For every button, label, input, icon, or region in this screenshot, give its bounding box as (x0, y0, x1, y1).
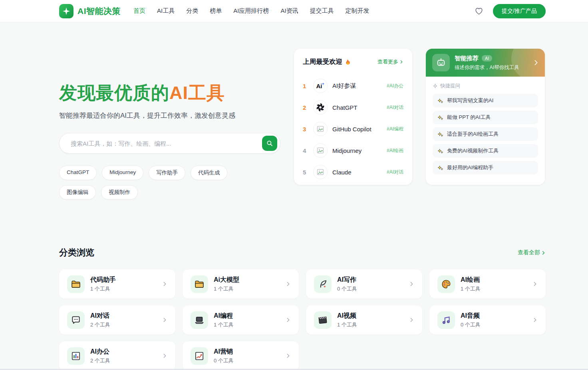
tool-name: Claude (332, 169, 352, 176)
laptop-icon (191, 311, 208, 329)
feather-icon (314, 275, 332, 293)
nav-item-submit-tool[interactable]: 提交工具 (310, 7, 334, 15)
chevron-right-icon (162, 353, 167, 358)
category-card-ai-art[interactable]: AI绘画 1 个工具 (429, 269, 546, 299)
popular-row-aihaocanmou[interactable]: 1 Ai AI好参谋 #AI办公 (303, 75, 403, 97)
hot-tag[interactable]: 代码生成 (191, 166, 227, 180)
chevron-right-icon (409, 317, 414, 323)
nav-item-categories[interactable]: 分类 (186, 7, 198, 15)
title-green-part: 发现最优质的 (59, 83, 169, 103)
sparkle-icon (433, 83, 438, 89)
chevron-right-icon (532, 281, 538, 287)
category-card-ai-llm[interactable]: Ai大模型 1 个工具 (183, 269, 299, 299)
popular-row-github-copilot[interactable]: 3 GitHub Copilot #AI编程 (303, 118, 403, 140)
quick-questions-label: 快捷提问 (433, 83, 538, 89)
chevron-right-icon (399, 60, 403, 64)
category-card-ai-audio[interactable]: AI音频 0 个工具 (429, 305, 546, 334)
image-placeholder-icon (313, 122, 328, 136)
tool-name: GitHub Copilot (332, 126, 371, 133)
title-orange-part: AI工具 (169, 83, 225, 103)
robot-icon (432, 54, 450, 71)
chevron-right-icon (409, 281, 414, 287)
hero-section: 发现最优质的AI工具 智能推荐最适合你的AI工具，提升工作效率，激发创意灵感 C… (0, 22, 588, 200)
hot-tag[interactable]: 写作助手 (149, 166, 185, 180)
tool-name: AI好参谋 (332, 82, 356, 90)
quick-question[interactable]: 能做 PPT 的AI工具 (433, 111, 538, 124)
category-card-ai-writing[interactable]: AI写作 0 个工具 (306, 269, 422, 299)
chevron-right-icon (286, 353, 291, 358)
bar-chart-icon (67, 347, 85, 365)
quick-question[interactable]: 免费的AI视频制作工具 (433, 144, 538, 158)
fire-icon (345, 59, 351, 65)
rank-number: 1 (303, 83, 310, 89)
hot-tag[interactable]: 图像编辑 (59, 185, 96, 200)
nav-item-news[interactable]: AI资讯 (280, 7, 298, 15)
tool-category-tag: #AI对话 (387, 104, 403, 111)
search-button[interactable] (262, 136, 277, 151)
categories-title: 分类浏览 (59, 247, 94, 259)
category-card-ai-office[interactable]: AI办公 2 个工具 (59, 341, 175, 370)
page-title: 发现最优质的AI工具 (59, 82, 280, 104)
openai-logo-icon (313, 100, 328, 115)
category-card-ai-coding[interactable]: AI编程 1 个工具 (183, 305, 299, 334)
view-all-link[interactable]: 查看全部 (518, 249, 546, 256)
image-placeholder-icon (313, 143, 328, 158)
search-input[interactable] (71, 140, 262, 147)
category-card-ai-video[interactable]: AI视频 1 个工具 (306, 305, 422, 334)
tool-category-tag: #AI办公 (387, 83, 403, 89)
sparkles-icon (437, 131, 443, 137)
hot-tag[interactable]: 视频制作 (101, 185, 138, 200)
nav-item-rankings[interactable]: 榜单 (210, 7, 222, 15)
categories-section: 分类浏览 查看全部 代码助手 1 个工具 Ai大模型 1 个工 (0, 200, 588, 370)
weekly-popular-card: 上周最受欢迎 查看更多 1 Ai AI好参谋 #AI办公 2 (294, 49, 412, 185)
category-card-ai-marketing[interactable]: AI营销 0 个工具 (183, 341, 299, 370)
chevron-right-icon (532, 317, 538, 323)
rank-number: 3 (303, 126, 310, 133)
submit-promote-button[interactable]: 提交/推广产品 (493, 4, 546, 18)
chevron-right-icon[interactable] (533, 59, 539, 66)
nav-item-custom-dev[interactable]: 定制开发 (346, 7, 369, 15)
page-subtitle: 智能推荐最适合你的AI工具，提升工作效率，激发创意灵感 (59, 111, 280, 120)
ai-text-logo-icon: Ai (313, 79, 328, 93)
brand-logo[interactable]: AI智能决策 (59, 4, 121, 18)
hot-tag[interactable]: ChatGPT (59, 166, 97, 180)
category-card-code-assistant[interactable]: 代码助手 1 个工具 (59, 269, 175, 299)
category-card-ai-chat[interactable]: AI对话 2 个工具 (59, 305, 175, 334)
favorites-heart-icon[interactable] (475, 7, 483, 16)
music-icon (437, 311, 455, 329)
popular-row-claude[interactable]: 5 Claude #AI对话 (303, 161, 403, 183)
sparkles-icon (437, 148, 443, 154)
top-navbar: AI智能决策 首页 AI工具 分类 榜单 AI应用排行榜 AI资讯 提交工具 定… (0, 0, 588, 22)
smart-recommend-header[interactable]: 智能推荐 AI 描述你的需求，AI帮你找工具 (426, 49, 545, 77)
categories-grid: 代码助手 1 个工具 Ai大模型 1 个工具 AI写 (59, 269, 546, 370)
brand-name: AI智能决策 (77, 6, 121, 17)
popular-row-midjourney[interactable]: 4 Midjourney #AI绘画 (303, 140, 403, 161)
chevron-right-icon (162, 281, 167, 287)
sparkles-icon (437, 98, 443, 104)
chat-bubble-icon (67, 311, 85, 329)
folder-icon (191, 275, 208, 293)
folder-icon (67, 275, 85, 293)
popular-list: 1 Ai AI好参谋 #AI办公 2 (303, 75, 403, 183)
popular-view-more-link[interactable]: 查看更多 (377, 58, 403, 65)
nav-item-ai-tools[interactable]: AI工具 (157, 7, 175, 15)
quick-question[interactable]: 帮我写营销文案的AI (433, 94, 538, 107)
rank-number: 4 (303, 147, 310, 154)
ai-badge: AI (482, 55, 492, 61)
quick-question[interactable]: 适合新手的AI绘画工具 (433, 127, 538, 141)
nav-item-home[interactable]: 首页 (133, 7, 145, 15)
tool-category-tag: #AI对话 (387, 169, 403, 176)
nav-item-app-ranking[interactable]: AI应用排行榜 (233, 7, 269, 15)
brand-logo-icon (59, 4, 74, 18)
line-chart-icon (191, 347, 208, 365)
search-bar (59, 133, 280, 154)
palette-icon (437, 275, 455, 293)
popular-row-chatgpt[interactable]: 2 ChatGPT #AI对话 (303, 97, 403, 118)
hot-tag[interactable]: Midjourney (102, 166, 143, 180)
sparkles-icon (437, 115, 443, 121)
sparkles-icon (437, 165, 443, 171)
clapperboard-icon (314, 311, 332, 329)
tool-category-tag: #AI编程 (387, 126, 403, 133)
search-icon (266, 140, 273, 147)
quick-question[interactable]: 最好用的AI编程助手 (433, 161, 538, 174)
